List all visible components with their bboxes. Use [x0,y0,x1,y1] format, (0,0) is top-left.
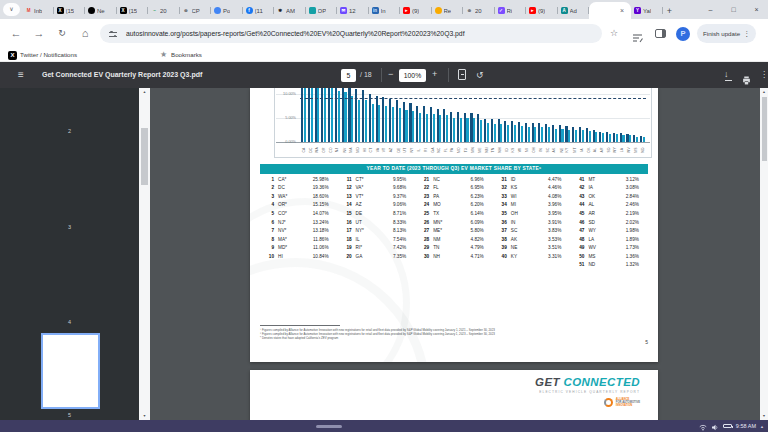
bar-ytd2023 [565,126,567,142]
x-tick-al: AL [592,143,599,156]
battery-icon[interactable] [723,424,732,429]
print-button[interactable] [742,71,751,89]
table-row-rank-23: 23PA6.23% [415,192,493,201]
tab-title: In [381,8,386,14]
fit-page-button[interactable] [458,69,466,80]
tab-check-app[interactable]: ✓Ri [495,2,527,19]
table-row-rank-43: 43OK2.84% [570,192,648,201]
state-cell: OK [584,194,610,199]
rank-cell: 51 [570,262,584,267]
browser-window: ∨ MInbX(15NeX(15~20⊕CPPof(11✱AMOP✉12inIn… [0,0,768,432]
thumbnail-scrollbar[interactable]: ▲ ▼ [139,88,150,420]
menu-kebab-icon[interactable]: ⋮ [743,30,750,38]
back-button[interactable]: ← [8,19,24,48]
bar-companion [460,118,462,142]
maximize-button[interactable]: □ [722,0,745,19]
tab-gmail[interactable]: MInb [22,2,54,19]
state-cell: SC [507,228,533,233]
tab-search-button[interactable]: ∨ [3,3,20,16]
document-scrollbar[interactable]: ▲ ▼ [760,88,768,420]
tab-yahoo[interactable]: YYal [631,2,663,19]
bar-ytd2023 [511,121,513,142]
pdf-menu-icon[interactable]: ≡ [18,62,24,88]
scrollbar-thumb[interactable] [762,97,767,161]
update-browser-button[interactable]: Finish update ⋮ [697,24,756,43]
rotate-button[interactable]: ↺ [476,62,484,88]
tab-x-twitter[interactable]: X(15 [117,2,149,19]
state-cell: NM [429,237,455,242]
bar-ytd2023 [545,124,547,142]
tab-youtube[interactable]: ▸(9) [526,2,558,19]
rank-cell: 47 [570,228,584,233]
taskbar-center-indicator[interactable] [316,425,342,428]
tab-globe[interactable]: ⊕CP [180,2,212,19]
tab-globe[interactable]: ⊕20 [463,2,495,19]
forward-button[interactable]: → [31,19,47,48]
state-cell: DC [274,185,300,190]
pdf-more-options-icon[interactable]: ⋮ [760,62,768,88]
tab-news[interactable]: Ne [85,2,117,19]
tab-facebook[interactable]: f(11 [243,2,275,19]
new-tab-button[interactable]: + [663,6,677,16]
minimize-button[interactable]: – [699,0,722,19]
wifi-icon[interactable] [699,417,707,432]
tab-blue-app[interactable]: Po [211,2,243,19]
tab-linkedin[interactable]: inIn [369,2,401,19]
clock[interactable]: 9:58 AM [736,423,756,429]
thumbnail-page-5-selected[interactable] [41,333,100,409]
page-number-input[interactable]: 5 [341,69,356,82]
rank-cell: 1 [260,177,274,182]
tab-youtube[interactable]: ▸(9) [400,2,432,19]
table-row-rank-33: 33WI4.08% [493,192,571,201]
side-panel-icon[interactable] [655,29,666,38]
zoom-level-input[interactable]: 100% [399,69,426,82]
hidden-icons-chevron[interactable]: ▲ [760,424,764,429]
profile-avatar[interactable]: P [676,27,690,41]
bookmark-item-twitter[interactable]: Twitter / Notifications [20,48,77,62]
reload-button[interactable]: ↻ [54,19,70,48]
tab-teal-a[interactable]: AAd [558,2,590,19]
x-tick-ks: KS [510,143,517,156]
scroll-down-icon[interactable]: ▼ [139,414,150,418]
scroll-down-icon[interactable]: ▼ [760,414,768,418]
tab-title: 12 [349,8,356,14]
download-button[interactable]: ↓ [724,62,729,88]
scroll-up-icon[interactable]: ▲ [139,90,150,94]
tab-x-twitter[interactable]: X(15 [54,2,86,19]
tab-star-burst[interactable]: ✱AM [274,2,306,19]
bar-ytd2023 [457,112,459,142]
bookmark-star-icon[interactable]: ☆ [610,19,618,48]
bar-group-ut [402,102,409,142]
bar-group-fl [442,109,449,142]
zoom-out-button[interactable]: − [388,62,393,88]
share-cell: 2.02% [610,220,648,225]
tab-bulb[interactable]: Re [432,2,464,19]
address-bar[interactable]: autosinnovate.org/posts/papers-reports/G… [100,24,602,43]
tab-teal-app[interactable]: OP [306,2,338,19]
rank-cell: 23 [415,194,429,199]
scrollbar-thumb[interactable] [141,128,148,185]
scroll-up-icon[interactable]: ▲ [760,90,768,94]
y-tick-label: 10.00% [277,92,296,96]
site-settings-icon[interactable] [109,30,117,38]
home-button[interactable]: ⌂ [77,19,93,48]
bookmark-item-bookmarks[interactable]: Bookmarks [171,48,202,62]
tab-close-icon[interactable]: × [620,2,624,19]
x-tick-ny: NY [409,143,416,156]
state-cell: SD [584,220,610,225]
bar-group-de [395,100,402,142]
url-text[interactable]: autosinnovate.org/posts/papers-reports/G… [126,24,465,43]
table-row-rank-7: 7NV*13.18% [260,226,338,235]
bar-companion [514,125,516,142]
window-close-button[interactable]: × [745,0,768,19]
tab-mail[interactable]: ✉12 [337,2,369,19]
volume-icon[interactable] [711,417,719,432]
table-row-rank-36: 36IN3.91% [493,218,571,227]
rank-cell: 14 [338,202,352,207]
zoom-in-button[interactable]: + [432,62,437,88]
reading-list-icon[interactable] [633,29,643,47]
tab-active[interactable]: × [589,2,631,19]
x-twitter-favicon: X [120,7,127,14]
tab-finance-chart[interactable]: ~20 [148,2,180,19]
bar-group-mt [571,127,578,142]
